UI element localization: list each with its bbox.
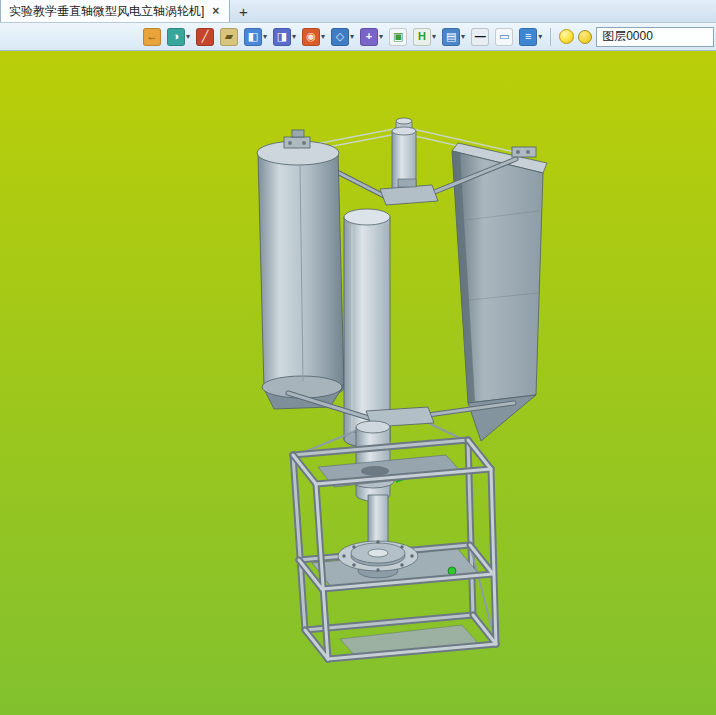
toolbar-icons: ←◑▾╱▰◧▾◨▾◉▾◇▾+▾▣H▾▤▾—▭≡▾ (140, 23, 545, 50)
extrude-icon-glyph: ▰ (220, 28, 238, 46)
layer-color-icon[interactable] (578, 30, 592, 44)
top-plate-hole (361, 466, 389, 476)
cad-window: 实验教学垂直轴微型风电立轴涡轮机] × + ←◑▾╱▰◧▾◨▾◉▾◇▾+▾▣H▾… (0, 0, 716, 715)
tab-close-icon[interactable]: × (210, 4, 221, 18)
feature-modify-icon[interactable]: ◨▾ (270, 25, 299, 49)
view-window-icon-glyph: ▤ (442, 28, 460, 46)
dropdown-arrow-icon[interactable]: ▾ (432, 32, 436, 41)
new-tab-button[interactable]: + (230, 0, 256, 22)
viewport-3d[interactable] (0, 51, 716, 715)
dropdown-arrow-icon[interactable]: ▾ (292, 32, 296, 41)
blade-left (257, 130, 345, 409)
move-icon[interactable]: +▾ (357, 25, 386, 49)
dropdown-arrow-icon[interactable]: ▾ (186, 32, 190, 41)
line-width-icon[interactable]: — (468, 25, 492, 49)
background-rect-icon[interactable]: ▭ (492, 25, 516, 49)
display-style-icon[interactable]: ◑▾ (164, 25, 193, 49)
layer-selector[interactable]: 图层0000 (596, 27, 714, 47)
dropdown-arrow-icon[interactable]: ▾ (263, 32, 267, 41)
dropdown-arrow-icon[interactable]: ▾ (461, 32, 465, 41)
toolbar-separator (550, 28, 551, 46)
gear-icon[interactable]: ◉▾ (299, 25, 328, 49)
background-rect-icon-glyph: ▭ (495, 28, 513, 46)
sketch-pen-icon[interactable]: ╱ (193, 25, 217, 49)
dimension-icon-glyph: H (413, 28, 431, 46)
display-style-icon-glyph: ◑ (167, 28, 185, 46)
line-width-icon-glyph: — (471, 28, 489, 46)
extrude-icon[interactable]: ▰ (217, 25, 241, 49)
layer-name: 图层0000 (602, 28, 653, 45)
main-shaft (352, 421, 394, 551)
layer-stack-icon[interactable]: ≡▾ (516, 25, 545, 49)
dimension-icon[interactable]: H▾ (410, 25, 439, 49)
exit-icon-glyph: ← (143, 28, 161, 46)
dropdown-arrow-icon[interactable]: ▾ (321, 32, 325, 41)
gear-icon-glyph: ◉ (302, 28, 320, 46)
select-box-icon-glyph: ▣ (389, 28, 407, 46)
layer-visibility-bulb-icon[interactable] (559, 29, 574, 44)
dropdown-arrow-icon[interactable]: ▾ (350, 32, 354, 41)
feature-modify-icon-glyph: ◨ (273, 28, 291, 46)
sketch-pen-icon-glyph: ╱ (196, 28, 214, 46)
solid-feature-icon[interactable]: ◧▾ (241, 25, 270, 49)
turbine-model (0, 51, 716, 715)
select-box-icon[interactable]: ▣ (386, 25, 410, 49)
solid-feature-icon-glyph: ◧ (244, 28, 262, 46)
toolbar: ←◑▾╱▰◧▾◨▾◉▾◇▾+▾▣H▾▤▾—▭≡▾ 图层0000 (0, 23, 716, 51)
exit-icon[interactable]: ← (140, 25, 164, 49)
move-icon-glyph: + (360, 28, 378, 46)
layer-stack-icon-glyph: ≡ (519, 28, 537, 46)
sketch-plane-icon-glyph: ◇ (331, 28, 349, 46)
frame-indicator-led (448, 567, 456, 575)
document-tab-bar: 实验教学垂直轴微型风电立轴涡轮机] × + (0, 0, 716, 23)
document-tab[interactable]: 实验教学垂直轴微型风电立轴涡轮机] × (0, 0, 230, 22)
sketch-plane-icon[interactable]: ◇▾ (328, 25, 357, 49)
view-window-icon[interactable]: ▤▾ (439, 25, 468, 49)
dropdown-arrow-icon[interactable]: ▾ (538, 32, 542, 41)
dropdown-arrow-icon[interactable]: ▾ (379, 32, 383, 41)
document-tab-title: 实验教学垂直轴微型风电立轴涡轮机] (9, 3, 204, 20)
